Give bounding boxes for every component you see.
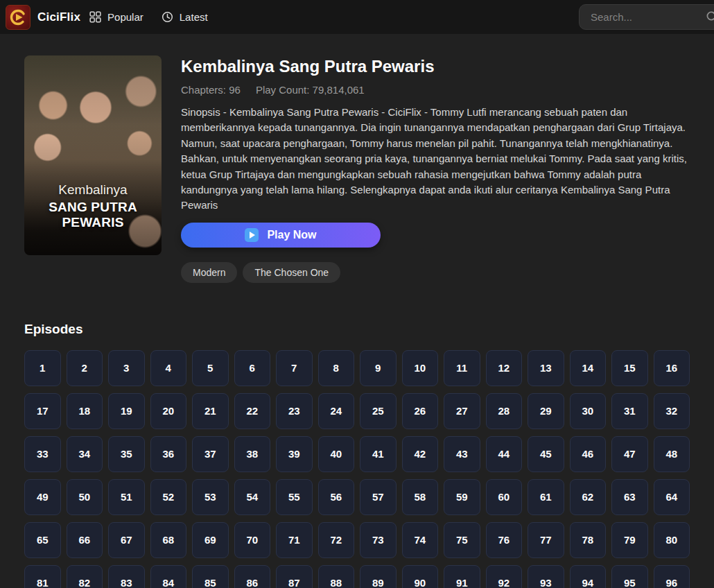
episode-button[interactable]: 81 (24, 565, 61, 588)
episode-button[interactable]: 30 (570, 393, 607, 429)
episode-button[interactable]: 15 (611, 350, 648, 386)
episode-button[interactable]: 88 (318, 565, 355, 588)
episode-button[interactable]: 7 (276, 350, 313, 386)
search-input[interactable] (579, 4, 714, 30)
episode-button[interactable]: 58 (402, 479, 439, 515)
episode-button[interactable]: 55 (276, 479, 313, 515)
episode-button[interactable]: 69 (192, 522, 229, 558)
episode-button[interactable]: 78 (570, 522, 607, 558)
episode-button[interactable]: 45 (528, 436, 564, 472)
episode-button[interactable]: 1 (24, 350, 61, 386)
episode-button[interactable]: 12 (486, 350, 523, 386)
episode-button[interactable]: 56 (318, 479, 355, 515)
episode-button[interactable]: 95 (611, 565, 648, 588)
play-now-button[interactable]: Play Now (181, 223, 381, 248)
episode-button[interactable]: 91 (444, 565, 480, 588)
episode-button[interactable]: 16 (654, 350, 690, 386)
episode-button[interactable]: 87 (276, 565, 313, 588)
episode-button[interactable]: 44 (486, 436, 523, 472)
episode-button[interactable]: 71 (276, 522, 313, 558)
episode-button[interactable]: 49 (24, 479, 61, 515)
episode-button[interactable]: 39 (276, 436, 313, 472)
episode-button[interactable]: 11 (444, 350, 480, 386)
episode-button[interactable]: 19 (108, 393, 145, 429)
episode-button[interactable]: 4 (150, 350, 187, 386)
episode-button[interactable]: 73 (360, 522, 397, 558)
episode-button[interactable]: 82 (67, 565, 103, 588)
episode-button[interactable]: 51 (108, 479, 145, 515)
episode-button[interactable]: 25 (360, 393, 397, 429)
episode-button[interactable]: 9 (360, 350, 397, 386)
episode-button[interactable]: 20 (150, 393, 187, 429)
episode-button[interactable]: 90 (402, 565, 439, 588)
episode-button[interactable]: 34 (67, 436, 103, 472)
episode-button[interactable]: 29 (528, 393, 564, 429)
episode-button[interactable]: 94 (570, 565, 607, 588)
episode-button[interactable]: 53 (192, 479, 229, 515)
nav-item-popular[interactable]: Popular (89, 11, 143, 23)
episode-button[interactable]: 10 (402, 350, 439, 386)
episode-button[interactable]: 75 (444, 522, 480, 558)
episode-button[interactable]: 3 (108, 350, 145, 386)
episode-button[interactable]: 54 (234, 479, 271, 515)
episode-button[interactable]: 83 (108, 565, 145, 588)
episode-button[interactable]: 84 (150, 565, 187, 588)
episode-button[interactable]: 14 (570, 350, 607, 386)
episode-button[interactable]: 13 (528, 350, 564, 386)
episode-button[interactable]: 18 (67, 393, 103, 429)
episode-button[interactable]: 47 (611, 436, 648, 472)
episode-button[interactable]: 2 (67, 350, 103, 386)
episode-button[interactable]: 70 (234, 522, 271, 558)
episode-button[interactable]: 40 (318, 436, 355, 472)
episode-button[interactable]: 77 (528, 522, 564, 558)
search-icon[interactable] (706, 10, 714, 26)
episode-button[interactable]: 50 (67, 479, 103, 515)
episode-button[interactable]: 85 (192, 565, 229, 588)
app-logo[interactable] (6, 5, 31, 30)
episode-button[interactable]: 22 (234, 393, 271, 429)
nav-item-latest[interactable]: Latest (162, 11, 208, 23)
episode-button[interactable]: 66 (67, 522, 103, 558)
episode-button[interactable]: 31 (611, 393, 648, 429)
episode-button[interactable]: 36 (150, 436, 187, 472)
episode-button[interactable]: 48 (654, 436, 690, 472)
tag-chip[interactable]: The Chosen One (243, 262, 340, 283)
episode-button[interactable]: 38 (234, 436, 271, 472)
episode-button[interactable]: 43 (444, 436, 480, 472)
episode-button[interactable]: 63 (611, 479, 648, 515)
episode-button[interactable]: 89 (360, 565, 397, 588)
episode-button[interactable]: 17 (24, 393, 61, 429)
episode-button[interactable]: 6 (234, 350, 271, 386)
episode-button[interactable]: 68 (150, 522, 187, 558)
episode-button[interactable]: 8 (318, 350, 355, 386)
episode-button[interactable]: 59 (444, 479, 480, 515)
episode-button[interactable]: 65 (24, 522, 61, 558)
episode-button[interactable]: 57 (360, 479, 397, 515)
episode-button[interactable]: 60 (486, 479, 523, 515)
episode-button[interactable]: 33 (24, 436, 61, 472)
episode-button[interactable]: 28 (486, 393, 523, 429)
episode-button[interactable]: 21 (192, 393, 229, 429)
episode-button[interactable]: 24 (318, 393, 355, 429)
episode-button[interactable]: 86 (234, 565, 271, 588)
episode-button[interactable]: 64 (654, 479, 690, 515)
brand-name[interactable]: CiciFlix (37, 10, 80, 24)
poster-image[interactable]: Kembalinya SANG PUTRA PEWARIS (24, 55, 162, 255)
episode-button[interactable]: 41 (360, 436, 397, 472)
episode-button[interactable]: 92 (486, 565, 523, 588)
episode-button[interactable]: 76 (486, 522, 523, 558)
episode-button[interactable]: 35 (108, 436, 145, 472)
episode-button[interactable]: 26 (402, 393, 439, 429)
episode-button[interactable]: 96 (654, 565, 690, 588)
episode-button[interactable]: 42 (402, 436, 439, 472)
episode-button[interactable]: 80 (654, 522, 690, 558)
episode-button[interactable]: 74 (402, 522, 439, 558)
episode-button[interactable]: 52 (150, 479, 187, 515)
episode-button[interactable]: 93 (528, 565, 564, 588)
episode-button[interactable]: 5 (192, 350, 229, 386)
episode-button[interactable]: 32 (654, 393, 690, 429)
episode-button[interactable]: 62 (570, 479, 607, 515)
episode-button[interactable]: 27 (444, 393, 480, 429)
episode-button[interactable]: 46 (570, 436, 607, 472)
episode-button[interactable]: 67 (108, 522, 145, 558)
